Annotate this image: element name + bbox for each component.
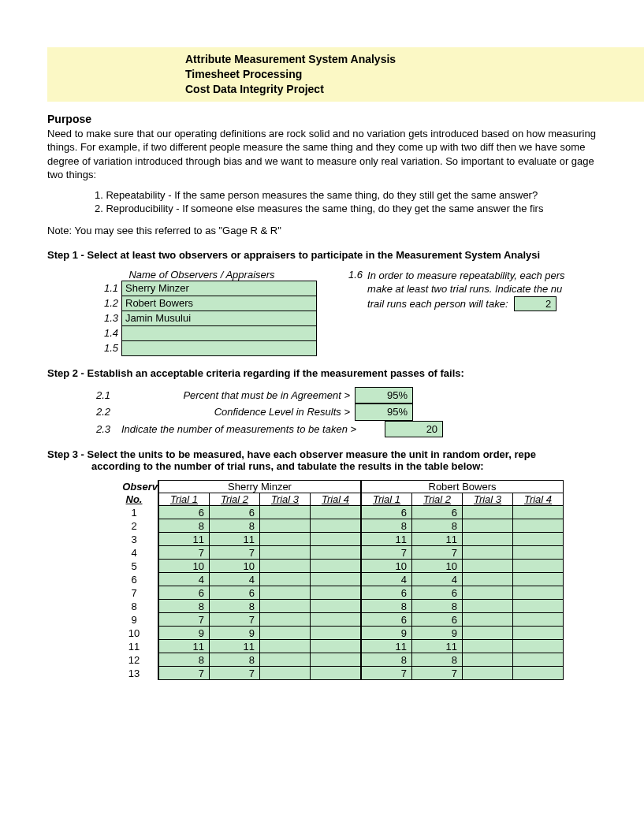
data-cell[interactable] <box>513 653 564 667</box>
data-cell[interactable]: 11 <box>412 640 463 653</box>
data-cell[interactable]: 8 <box>210 653 260 667</box>
data-cell[interactable] <box>260 560 311 573</box>
data-cell[interactable] <box>311 600 362 613</box>
data-cell[interactable]: 4 <box>412 573 463 586</box>
data-cell[interactable] <box>513 613 564 627</box>
data-cell[interactable]: 8 <box>412 519 463 533</box>
data-cell[interactable] <box>513 600 564 613</box>
data-cell[interactable]: 8 <box>210 519 260 533</box>
data-cell[interactable]: 7 <box>210 613 260 627</box>
data-cell[interactable] <box>513 586 564 600</box>
data-cell[interactable] <box>463 519 513 533</box>
data-cell[interactable] <box>260 600 311 613</box>
data-cell[interactable] <box>463 586 513 600</box>
data-cell[interactable]: 6 <box>210 506 260 519</box>
data-cell[interactable] <box>311 506 362 519</box>
data-cell[interactable]: 7 <box>361 546 412 560</box>
data-cell[interactable]: 11 <box>158 533 210 546</box>
data-cell[interactable]: 7 <box>210 546 260 560</box>
data-cell[interactable]: 6 <box>158 506 210 519</box>
data-cell[interactable] <box>260 586 311 600</box>
data-cell[interactable]: 7 <box>361 667 412 680</box>
data-cell[interactable] <box>260 653 311 667</box>
data-cell[interactable]: 11 <box>361 533 412 546</box>
data-cell[interactable] <box>463 627 513 640</box>
measurement-count-input[interactable]: 20 <box>385 421 443 438</box>
data-cell[interactable]: 6 <box>361 506 412 519</box>
data-cell[interactable] <box>463 667 513 680</box>
data-cell[interactable] <box>260 613 311 627</box>
observer-name-input[interactable] <box>122 325 317 340</box>
data-cell[interactable] <box>463 640 513 653</box>
data-cell[interactable]: 6 <box>210 586 260 600</box>
data-cell[interactable]: 4 <box>361 573 412 586</box>
data-cell[interactable] <box>311 586 362 600</box>
data-cell[interactable]: 4 <box>210 573 260 586</box>
data-cell[interactable]: 8 <box>158 600 210 613</box>
data-cell[interactable]: 8 <box>361 519 412 533</box>
data-cell[interactable]: 6 <box>412 506 463 519</box>
data-cell[interactable]: 6 <box>412 613 463 627</box>
data-cell[interactable]: 11 <box>210 640 260 653</box>
data-cell[interactable] <box>513 546 564 560</box>
data-cell[interactable]: 11 <box>158 640 210 653</box>
data-cell[interactable] <box>513 560 564 573</box>
data-cell[interactable]: 6 <box>361 613 412 627</box>
data-cell[interactable]: 6 <box>412 586 463 600</box>
trial-runs-input[interactable]: 2 <box>514 296 557 312</box>
data-cell[interactable] <box>260 546 311 560</box>
data-cell[interactable] <box>260 627 311 640</box>
data-cell[interactable]: 7 <box>158 546 210 560</box>
data-cell[interactable] <box>463 573 513 586</box>
data-cell[interactable] <box>311 573 362 586</box>
data-cell[interactable] <box>260 506 311 519</box>
data-cell[interactable]: 8 <box>158 519 210 533</box>
data-cell[interactable] <box>463 653 513 667</box>
data-cell[interactable] <box>311 627 362 640</box>
data-cell[interactable]: 9 <box>412 627 463 640</box>
data-cell[interactable]: 7 <box>412 667 463 680</box>
data-cell[interactable]: 7 <box>412 546 463 560</box>
data-cell[interactable]: 8 <box>210 600 260 613</box>
data-cell[interactable] <box>311 640 362 653</box>
data-cell[interactable] <box>513 533 564 546</box>
data-cell[interactable] <box>311 560 362 573</box>
data-cell[interactable]: 4 <box>158 573 210 586</box>
data-cell[interactable] <box>513 640 564 653</box>
observer-name-input[interactable]: Jamin Musului <box>122 311 317 325</box>
data-cell[interactable]: 7 <box>210 667 260 680</box>
data-cell[interactable] <box>513 573 564 586</box>
data-cell[interactable]: 9 <box>210 627 260 640</box>
agreement-percent-input[interactable]: 95% <box>355 387 413 404</box>
data-cell[interactable]: 11 <box>361 640 412 653</box>
data-cell[interactable]: 10 <box>412 560 463 573</box>
data-cell[interactable] <box>311 533 362 546</box>
data-cell[interactable] <box>311 613 362 627</box>
data-cell[interactable] <box>463 533 513 546</box>
data-cell[interactable]: 8 <box>412 653 463 667</box>
observer-name-input[interactable]: Sherry Minzer <box>122 281 317 296</box>
data-cell[interactable] <box>260 667 311 680</box>
data-cell[interactable] <box>260 533 311 546</box>
data-cell[interactable]: 10 <box>361 560 412 573</box>
data-cell[interactable] <box>311 667 362 680</box>
data-cell[interactable]: 8 <box>412 600 463 613</box>
data-cell[interactable]: 7 <box>158 613 210 627</box>
data-cell[interactable]: 6 <box>361 586 412 600</box>
data-cell[interactable] <box>463 600 513 613</box>
data-cell[interactable]: 9 <box>158 627 210 640</box>
data-cell[interactable] <box>311 519 362 533</box>
data-cell[interactable]: 11 <box>412 533 463 546</box>
observer-name-input[interactable] <box>122 340 317 355</box>
data-cell[interactable] <box>311 546 362 560</box>
data-cell[interactable] <box>260 573 311 586</box>
data-cell[interactable] <box>260 519 311 533</box>
data-cell[interactable] <box>463 546 513 560</box>
data-cell[interactable]: 8 <box>158 653 210 667</box>
data-cell[interactable] <box>463 506 513 519</box>
data-cell[interactable] <box>463 613 513 627</box>
data-cell[interactable] <box>260 640 311 653</box>
data-cell[interactable]: 8 <box>361 653 412 667</box>
data-cell[interactable] <box>513 627 564 640</box>
confidence-level-input[interactable]: 95% <box>355 403 413 421</box>
